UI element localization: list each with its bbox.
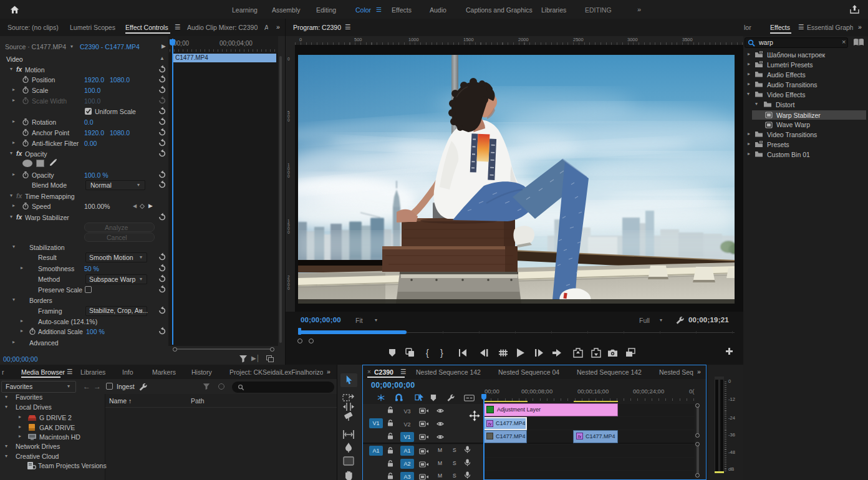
svg-text:{: { <box>426 348 429 358</box>
svg-text:}: } <box>440 348 443 358</box>
